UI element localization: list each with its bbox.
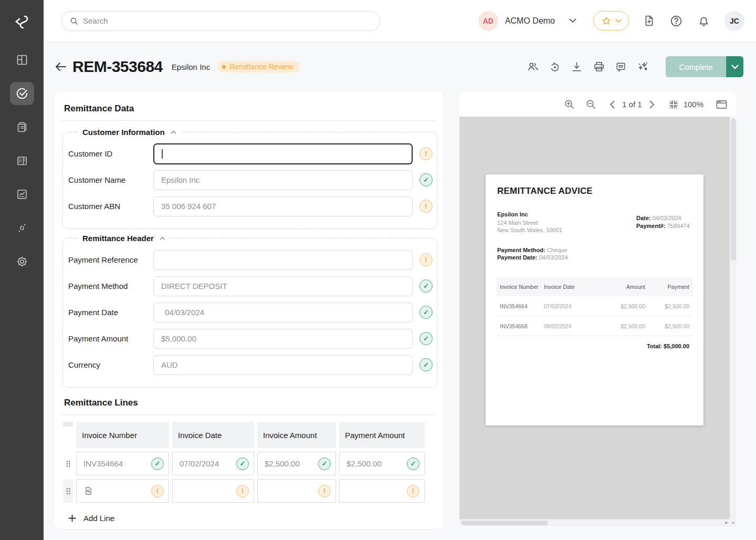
warning-icon: ! — [419, 147, 433, 160]
sidebar-item-integrations[interactable] — [10, 216, 34, 240]
comment-button[interactable] — [614, 60, 627, 74]
assign-users-icon — [527, 60, 539, 73]
warning-icon: ! — [419, 200, 433, 213]
sidebar-item-organizations[interactable] — [10, 149, 34, 172]
pdf-meta: Date: 04/03/2024 Payment#: 7589474 — [636, 214, 690, 230]
topbar: Search AD ACMO Demo — [44, 0, 756, 42]
cell-invoice-amount[interactable]: $2,500.00 ✓ — [257, 452, 336, 475]
previous-page-button[interactable] — [605, 98, 619, 111]
payment-amount-input[interactable]: $5,000.00 — [153, 329, 413, 349]
warning-icon: ! — [407, 485, 419, 497]
help-button[interactable] — [669, 14, 684, 28]
add-line-button[interactable]: Add Line — [68, 514, 114, 523]
currency-input[interactable]: AUD — [153, 355, 413, 375]
user-avatar[interactable]: JC — [724, 11, 744, 31]
complete-dropdown-button[interactable] — [726, 56, 743, 77]
new-document-button[interactable] — [642, 14, 656, 28]
cell-invoice-number[interactable]: INV354664 ✓ — [76, 452, 169, 475]
cell-payment-amount[interactable]: $2,500.00 ✓ — [339, 452, 425, 475]
vertical-scrollbar-thumb[interactable] — [731, 120, 736, 260]
back-button[interactable] — [55, 60, 67, 73]
complete-button[interactable]: Complete — [666, 56, 726, 77]
drag-handle-icon — [65, 460, 71, 468]
cell-invoice-date[interactable]: ! — [172, 479, 254, 503]
document-canvas[interactable]: REMITTANCE ADVICE Epsilon Inc 124 Main S… — [459, 117, 730, 519]
autofill-button[interactable] — [636, 60, 649, 74]
field-row-customer-id: Customer ID ! — [67, 143, 433, 164]
horizontal-scrollbar[interactable]: ◀ ▶ — [459, 519, 730, 526]
text-caret — [162, 149, 163, 159]
chevron-right-icon — [649, 100, 655, 109]
cell-invoice-number[interactable]: ! — [76, 479, 169, 503]
page-indicator: 1 of 1 — [622, 100, 642, 109]
zoom-out-button[interactable] — [584, 98, 597, 111]
search-input[interactable]: Search — [61, 11, 380, 31]
row-drag-handle[interactable] — [63, 479, 73, 503]
header-actions: Complete — [526, 56, 743, 77]
customer-id-input[interactable] — [153, 143, 413, 164]
column-header-payment-amount: Payment Amount — [339, 422, 425, 448]
sidebar-item-dashboard[interactable] — [10, 48, 34, 71]
valid-icon: ✓ — [151, 458, 164, 470]
remittance-header-group: Remittance Header Payment Reference ! Pa… — [62, 234, 437, 388]
integrations-icon — [16, 222, 28, 234]
valid-icon: ✓ — [419, 358, 433, 371]
fit-screen-button[interactable] — [667, 98, 680, 111]
next-page-button[interactable] — [645, 98, 659, 111]
status-badge: Remittance Review — [217, 61, 300, 72]
payment-reference-input[interactable] — [153, 250, 413, 270]
print-button[interactable] — [592, 60, 605, 74]
sidebar-item-documents[interactable] — [10, 116, 34, 139]
document-viewer: 1 of 1 100% REMITTANCE ADVICE Epsilon In… — [459, 92, 737, 526]
new-document-icon — [643, 14, 656, 27]
customer-name-input[interactable]: Epsilon Inc — [153, 170, 413, 190]
cell-invoice-date[interactable]: 07/02/2024 ✓ — [172, 452, 254, 475]
cell-payment-amount[interactable]: ! — [339, 479, 425, 503]
field-label: Customer ABN — [67, 202, 153, 211]
assign-users-button[interactable] — [526, 60, 539, 74]
sidebar-nav — [10, 48, 34, 273]
remittance-data-card: Remittance Data Customer Information Cus… — [55, 92, 443, 529]
download-button[interactable] — [570, 60, 583, 74]
cell-invoice-amount[interactable]: ! — [257, 479, 336, 503]
search-placeholder: Search — [83, 16, 108, 25]
pdf-address-line: New South Wales, 10001 — [497, 227, 562, 233]
pdf-title: REMITTANCE ADVICE — [497, 186, 593, 196]
page-header: REM-353684 Epsilon Inc Remittance Review — [55, 53, 743, 81]
sidebar-item-analytics[interactable] — [10, 183, 34, 206]
window-icon — [716, 99, 728, 110]
payment-method-input[interactable]: DIRECT DEPOSIT — [153, 276, 413, 296]
scroll-down-arrow-icon[interactable]: ▼ — [730, 519, 737, 526]
scroll-right-arrow-icon[interactable]: ▶ — [726, 521, 728, 525]
app-logo-icon[interactable] — [9, 8, 35, 34]
row-drag-handle[interactable] — [63, 452, 73, 475]
file-search-icon[interactable] — [83, 486, 93, 496]
customer-information-legend[interactable]: Customer Information — [78, 128, 181, 137]
search-icon — [70, 17, 78, 25]
analytics-icon — [16, 188, 28, 201]
dashboard-icon — [16, 54, 28, 66]
help-icon — [669, 14, 683, 28]
notifications-button[interactable] — [696, 14, 711, 28]
valid-icon: ✓ — [236, 458, 249, 470]
customer-abn-input[interactable]: 35 006 924 607 — [153, 196, 413, 216]
column-header-invoice-number: Invoice Number — [76, 422, 169, 448]
field-row-payment-reference: Payment Reference ! — [67, 250, 433, 270]
org-avatar: AD — [478, 11, 498, 31]
horizontal-scrollbar-thumb[interactable] — [462, 521, 548, 525]
remittance-header-legend[interactable]: Remittance Header — [78, 234, 170, 243]
sidebar-item-settings[interactable] — [10, 250, 34, 273]
open-window-button[interactable] — [715, 98, 728, 111]
field-row-payment-method: Payment Method DIRECT DEPOSIT ✓ — [67, 276, 433, 296]
zoom-in-button[interactable] — [562, 98, 576, 111]
org-switcher[interactable]: AD ACMO Demo — [478, 11, 576, 31]
favorites-button[interactable] — [593, 11, 629, 30]
field-row-payment-amount: Payment Amount $5,000.00 ✓ — [67, 328, 433, 349]
column-header-invoice-date: Invoice Date — [172, 422, 254, 448]
payment-date-input[interactable]: 04/03/2024 — [153, 303, 413, 323]
viewer-toolbar: 1 of 1 100% — [459, 92, 737, 117]
locate-button[interactable] — [548, 60, 561, 74]
pdf-company: Epsilon Inc — [497, 211, 528, 217]
sidebar-item-tasks[interactable] — [10, 82, 34, 105]
vertical-scrollbar[interactable]: ▲ — [730, 117, 737, 519]
